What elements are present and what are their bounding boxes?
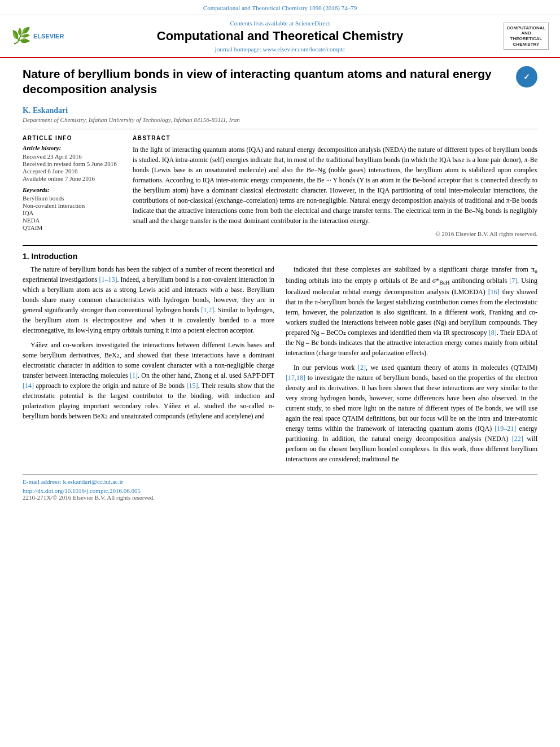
intro-p3: indicated that these complexes are stabi… <box>286 264 537 359</box>
received-date: Received 23 April 2016 <box>23 153 121 160</box>
email-link[interactable]: k.eskandari@cc.iut.ac.ir <box>63 478 123 485</box>
article-info-col: Article Info Article history: Received 2… <box>23 135 121 237</box>
contents-label: Contents lists available at <box>230 20 294 27</box>
homepage-url[interactable]: www.elsevier.com/locate/comptc <box>263 46 345 53</box>
keyword-5: QTAIM <box>23 224 121 231</box>
abstract-col: ABSTRACT In the light of interacting qua… <box>133 135 537 237</box>
article-title: Nature of beryllium bonds in view of int… <box>23 66 509 97</box>
intro-p1: The nature of beryllium bonds has been t… <box>23 264 274 335</box>
ref-link-1-13[interactable]: [1–13] <box>99 276 117 283</box>
homepage-line: journal homepage: www.elsevier.com/locat… <box>62 46 498 53</box>
journal-reference-link[interactable]: Computational and Theoretical Chemistry … <box>203 5 357 11</box>
intro-p4: In our pervious work [2], we used quantu… <box>286 362 537 464</box>
elsevier-tree-icon: 🌿 <box>11 28 31 44</box>
ref-link-16[interactable]: [16] <box>488 288 500 296</box>
intro-section: 1. Introduction The nature of beryllium … <box>23 252 537 469</box>
footer-email: E-mail address: k.eskandari@cc.iut.ac.ir <box>23 478 537 485</box>
body-col-right: indicated that these complexes are stabi… <box>286 264 537 469</box>
keywords-label: Keywords: <box>23 186 121 193</box>
footer-doi[interactable]: http://dx.doi.org/10.1016/j.comptc.2016.… <box>23 487 537 494</box>
abstract-header: ABSTRACT <box>133 135 537 141</box>
intro-p2: Yáñez and co-workers investigated the in… <box>23 340 274 421</box>
ref-link-1-2[interactable]: [1,2] <box>201 306 214 314</box>
article-title-text: Nature of beryllium bonds in view of int… <box>23 66 509 97</box>
ref-link-2[interactable]: [2] <box>358 364 366 372</box>
body-two-col: The nature of beryllium bonds has been t… <box>23 264 537 469</box>
journal-logo-area: COMPUTATIONAL AND THEORETICAL CHEMISTRY <box>498 23 549 50</box>
revised-date: Received in revised form 5 June 2016 <box>23 160 121 167</box>
affiliation: Department of Chemistry, Isfahan Univers… <box>23 116 537 123</box>
elsevier-text: ELSEVIER <box>33 33 64 40</box>
main-content: Nature of beryllium bonds in view of int… <box>0 58 560 512</box>
thick-divider <box>23 245 537 246</box>
keyword-3: IQA <box>23 209 121 216</box>
sciencedirect-link[interactable]: ScienceDirect <box>295 20 330 27</box>
ref-link-22[interactable]: [22] <box>512 435 523 443</box>
available-date: Available online 7 June 2016 <box>23 175 121 182</box>
ref-link-17-18[interactable]: [17,18] <box>286 374 305 382</box>
journal-header: 🌿 ELSEVIER Contents lists available at S… <box>0 15 560 58</box>
copyright-line: © 2016 Elsevier B.V. All rights reserved… <box>133 230 537 237</box>
homepage-label: journal homepage: <box>215 46 261 53</box>
body-col-left: The nature of beryllium bonds has been t… <box>23 264 274 469</box>
abstract-text: In the light of interacting quantum atom… <box>133 145 537 226</box>
journal-header-center: Contents lists available at ScienceDirec… <box>62 20 498 53</box>
author-name: K. Eskandari <box>23 106 537 115</box>
elsevier-logo-area: 🌿 ELSEVIER <box>11 28 62 44</box>
keyword-4: NEDA <box>23 217 121 224</box>
keyword-2: Non-covalent Interaction <box>23 202 121 209</box>
intro-heading: 1. Introduction <box>23 252 537 261</box>
section-divider-1 <box>23 129 537 129</box>
journal-logo-box: COMPUTATIONAL AND THEORETICAL CHEMISTRY <box>504 23 549 50</box>
crossmark-icon: ✓ <box>516 66 537 88</box>
email-label: E-mail address: <box>23 478 62 485</box>
footer-copyright: 2210-271X/© 2016 Elsevier B.V. All right… <box>23 494 537 501</box>
crossmark-area: ✓ <box>509 66 537 88</box>
ref-link-7[interactable]: [7] <box>509 277 517 285</box>
article-title-section: Nature of beryllium bonds in view of int… <box>23 66 537 102</box>
article-info-header: Article Info <box>23 135 121 141</box>
ref-link-8[interactable]: [8] <box>489 329 497 337</box>
ref-link-14[interactable]: [14] <box>23 382 34 390</box>
article-meta-row: Article Info Article history: Received 2… <box>23 135 537 237</box>
article-history-label: Article history: <box>23 145 121 151</box>
contents-line: Contents lists available at ScienceDirec… <box>62 20 498 27</box>
accepted-date: Accepted 6 June 2016 <box>23 168 121 174</box>
ref-link-19-21[interactable]: [19–21] <box>495 425 516 433</box>
keyword-1: Beryllium bonds <box>23 195 121 202</box>
footer-area: E-mail address: k.eskandari@cc.iut.ac.ir… <box>23 474 537 501</box>
top-bar: Computational and Theoretical Chemistry … <box>0 0 560 15</box>
journal-title: Computational and Theoretical Chemistry <box>62 29 498 43</box>
ref-link-p2-1[interactable]: [1] <box>130 372 138 379</box>
ref-link-15[interactable]: [15] <box>186 382 198 390</box>
